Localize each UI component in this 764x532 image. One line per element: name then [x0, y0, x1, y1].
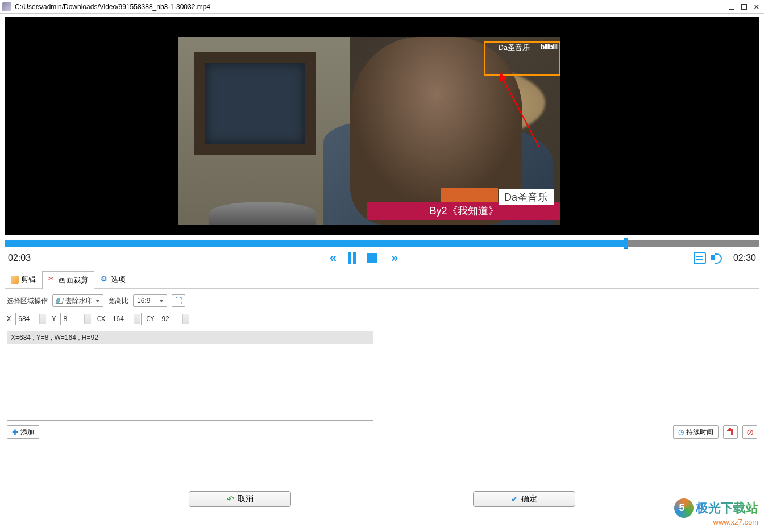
trash-icon: 🗑 [726, 427, 735, 437]
cx-label: CX [97, 315, 105, 323]
tab-edit-label: 剪辑 [21, 275, 36, 285]
tab-crop-label: 画面裁剪 [59, 275, 88, 285]
tab-options[interactable]: 选项 [94, 271, 132, 288]
duration-label: 持续时间 [686, 427, 713, 437]
progress-bar[interactable] [5, 240, 759, 247]
tab-crop[interactable]: 画面裁剪 [42, 271, 94, 289]
close-button[interactable]: ✕ [751, 2, 762, 11]
remove-button[interactable]: ⊘ [742, 425, 757, 439]
x-label: X [7, 315, 11, 323]
ok-button[interactable]: ✔ 确定 [473, 491, 575, 507]
watermark-channel-text: Da圣音乐 [498, 43, 530, 53]
watermark-selection-box[interactable]: Da圣音乐 bilibili [484, 41, 560, 76]
edit-icon [11, 276, 19, 284]
crop-icon [48, 276, 56, 284]
area-op-select[interactable]: 去除水印 [52, 294, 103, 307]
site-watermark: 极光下载站 www.xz7.com [674, 498, 758, 526]
tab-edit[interactable]: 剪辑 [5, 271, 42, 288]
titlebar: C:/Users/admin/Downloads/Video/991558388… [0, 0, 764, 14]
dialog-buttons: ↶ 取消 ✔ 确定 [0, 491, 764, 507]
site-name: 极光下载站 [696, 500, 758, 517]
check-icon: ✔ [511, 494, 518, 504]
cx-input[interactable]: 164 [110, 313, 142, 325]
delete-button[interactable]: 🗑 [723, 425, 738, 439]
area-op-value: 去除水印 [65, 296, 93, 306]
duration-button[interactable]: ◷ 持续时间 [673, 425, 719, 439]
forward-button[interactable]: » [386, 251, 400, 265]
expand-icon: ⛶ [175, 297, 182, 305]
region-list-item[interactable]: X=684 , Y=8 , W=164 , H=92 [7, 331, 373, 344]
cancel-label: 取消 [238, 494, 254, 504]
remove-icon: ⊘ [746, 427, 754, 438]
caption-channel: Da圣音乐 [499, 189, 554, 205]
video-caption: Da圣音乐 By2《我知道》 [350, 188, 560, 220]
minimize-button[interactable] [726, 2, 737, 11]
ok-label: 确定 [521, 494, 537, 504]
ratio-label: 宽高比 [108, 296, 128, 306]
ratio-select[interactable]: 16:9 [133, 294, 167, 307]
x-input[interactable]: 684 [15, 313, 47, 325]
region-list[interactable]: X=684 , Y=8 , W=164 , H=92 [7, 331, 373, 421]
undo-icon: ↶ [227, 494, 234, 505]
maximize-button[interactable] [739, 2, 749, 11]
stop-button[interactable] [366, 251, 379, 265]
pause-button[interactable] [345, 251, 359, 265]
app-icon [2, 2, 11, 11]
y-label: Y [52, 315, 56, 323]
cy-input[interactable]: 92 [159, 313, 190, 325]
add-label: 添加 [20, 427, 34, 437]
cy-label: CY [146, 315, 154, 323]
watermark-brand-text: bilibili [540, 43, 557, 51]
expand-button[interactable]: ⛶ [172, 294, 185, 307]
video-frame: Da圣音乐 bilibili Da圣音乐 By2《我知道》 [178, 37, 560, 225]
crop-panel: 选择区域操作 去除水印 宽高比 16:9 ⛶ X 684 Y 8 CX 164 … [0, 289, 764, 444]
volume-icon[interactable] [711, 252, 723, 264]
rewind-button[interactable]: « [325, 251, 338, 265]
site-url: www.xz7.com [674, 518, 758, 526]
gear-icon [101, 276, 109, 284]
eraser-icon [56, 298, 64, 304]
add-icon: ✚ [12, 428, 18, 437]
site-logo-icon [674, 498, 694, 518]
settings-icon[interactable] [694, 252, 706, 264]
progress-handle[interactable] [624, 238, 628, 249]
progress-fill [5, 240, 624, 247]
video-preview[interactable]: Da圣音乐 bilibili Da圣音乐 By2《我知道》 [5, 17, 759, 235]
tab-options-label: 选项 [111, 275, 126, 285]
time-total: 02:30 [733, 253, 756, 263]
y-input[interactable]: 8 [60, 313, 92, 325]
window-controls: ✕ [726, 2, 762, 11]
playback-controls: 02:03 « » 02:30 [0, 247, 764, 271]
clock-icon: ◷ [678, 428, 684, 436]
add-button[interactable]: ✚ 添加 [7, 425, 39, 439]
time-current: 02:03 [8, 253, 31, 263]
cancel-button[interactable]: ↶ 取消 [189, 491, 291, 507]
ratio-value: 16:9 [137, 297, 150, 305]
area-op-label: 选择区域操作 [7, 296, 48, 306]
tab-bar: 剪辑 画面裁剪 选项 [5, 271, 759, 289]
window-title: C:/Users/admin/Downloads/Video/991558388… [15, 3, 726, 11]
